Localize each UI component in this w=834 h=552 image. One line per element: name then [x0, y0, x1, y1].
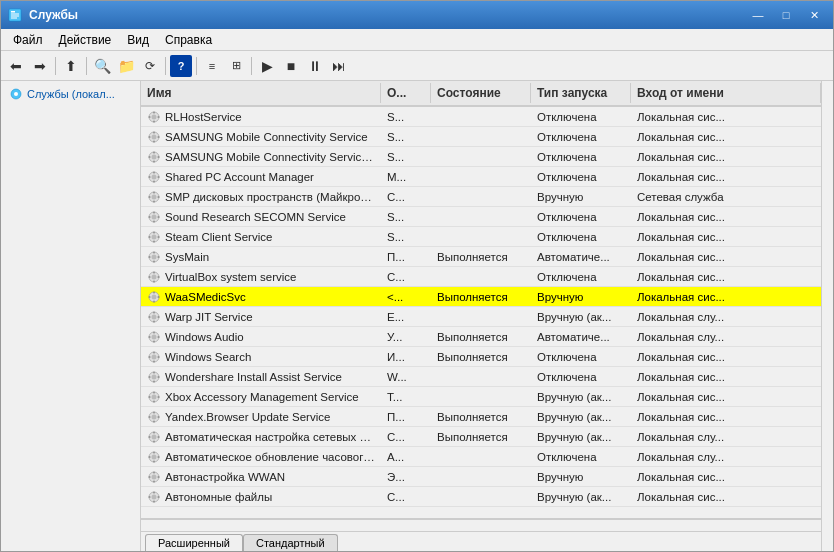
- table-row[interactable]: Shared PC Account ManagerМ...ОтключенаЛо…: [141, 167, 821, 187]
- horizontal-scrollbar[interactable]: [141, 519, 821, 531]
- svg-rect-66: [158, 296, 160, 297]
- detail-view-button[interactable]: ⊞: [225, 55, 247, 77]
- toolbar: ⬅ ➡ ⬆ 🔍 📁 ⟳ ? ≡ ⊞ ▶ ■ ⏸ ⏭: [1, 51, 833, 81]
- table-row[interactable]: WaaSMedicSvc<...ВыполняетсяВручнуюЛокаль…: [141, 287, 821, 307]
- sidebar: Службы (локал...: [1, 81, 141, 551]
- table-row[interactable]: Wondershare Install Assist ServiceW...От…: [141, 367, 821, 387]
- table-row[interactable]: SAMSUNG Mobile Connectivity ServiceS...О…: [141, 127, 821, 147]
- tab-extended[interactable]: Расширенный: [145, 534, 243, 551]
- cell-login: Локальная сис...: [631, 467, 821, 486]
- up-button[interactable]: ⬆: [60, 55, 82, 77]
- maximize-button[interactable]: □: [773, 6, 799, 24]
- cell-startup: Автоматиче...: [531, 247, 631, 266]
- table-row[interactable]: Windows SearchИ...ВыполняетсяОтключенаЛо…: [141, 347, 821, 367]
- svg-rect-102: [158, 416, 160, 417]
- table-row[interactable]: Sound Research SECOMN ServiceS...Отключе…: [141, 207, 821, 227]
- cell-name: SAMSUNG Mobile Connectivity Service V2: [141, 147, 381, 166]
- cell-state: [431, 167, 531, 186]
- table-header: Имя О... Состояние Тип запуска Вход от и…: [141, 81, 821, 107]
- table-body: RLHostServiceS...ОтключенаЛокальная сис.…: [141, 107, 821, 518]
- svg-rect-123: [153, 491, 154, 493]
- play-button[interactable]: ▶: [256, 55, 278, 77]
- cell-o: П...: [381, 247, 431, 266]
- vertical-scrollbar[interactable]: [821, 81, 833, 551]
- svg-rect-60: [158, 276, 160, 277]
- cell-startup: Автоматиче...: [531, 327, 631, 346]
- cell-name: WaaSMedicSvc: [141, 287, 381, 306]
- service-icon: [147, 150, 161, 164]
- svg-point-56: [152, 274, 157, 279]
- table-row[interactable]: VirtualBox system serviceС...ОтключенаЛо…: [141, 267, 821, 287]
- service-name: Windows Search: [165, 351, 251, 363]
- tab-standard[interactable]: Стандартный: [243, 534, 338, 551]
- table-row[interactable]: Steam Client ServiceS...ОтключенаЛокальн…: [141, 227, 821, 247]
- help-icon-button[interactable]: ?: [170, 55, 192, 77]
- cell-name: Автонастройка WWAN: [141, 467, 381, 486]
- cell-o: М...: [381, 167, 431, 186]
- svg-rect-106: [153, 440, 154, 442]
- table-row[interactable]: RLHostServiceS...ОтключенаЛокальная сис.…: [141, 107, 821, 127]
- folder-button[interactable]: 📁: [115, 55, 137, 77]
- back-button[interactable]: ⬅: [5, 55, 27, 77]
- svg-rect-99: [153, 411, 154, 413]
- table-row[interactable]: Автоматическая настройка сетевых уст...С…: [141, 427, 821, 447]
- cell-o: Т...: [381, 387, 431, 406]
- table-row[interactable]: SMP дисковых пространств (Майкросо...С..…: [141, 187, 821, 207]
- menu-help[interactable]: Справка: [157, 31, 220, 49]
- menu-view[interactable]: Вид: [119, 31, 157, 49]
- service-icon: [147, 270, 161, 284]
- table-row[interactable]: Автоматическое обновление часового ...А.…: [141, 447, 821, 467]
- close-button[interactable]: ✕: [801, 6, 827, 24]
- forward-button[interactable]: ➡: [29, 55, 51, 77]
- service-icon: [147, 390, 161, 404]
- search-button[interactable]: 🔍: [91, 55, 113, 77]
- col-state[interactable]: Состояние: [431, 83, 531, 103]
- cell-startup: Отключена: [531, 207, 631, 226]
- list-view-button[interactable]: ≡: [201, 55, 223, 77]
- stop-button[interactable]: ■: [280, 55, 302, 77]
- cell-state: Выполняется: [431, 327, 531, 346]
- svg-rect-108: [158, 436, 160, 437]
- svg-point-104: [152, 434, 157, 439]
- col-startup[interactable]: Тип запуска: [531, 83, 631, 103]
- table-row[interactable]: SysMainП...ВыполняетсяАвтоматиче...Локал…: [141, 247, 821, 267]
- table-row[interactable]: Автономные файлыС...Вручную (ак...Локаль…: [141, 487, 821, 507]
- svg-rect-58: [153, 280, 154, 282]
- restart-button[interactable]: ⏭: [328, 55, 350, 77]
- cell-login: Локальная сис...: [631, 107, 821, 126]
- sidebar-item-services[interactable]: Службы (локал...: [5, 85, 136, 103]
- svg-rect-52: [153, 260, 154, 262]
- table-row[interactable]: Yandex.Browser Update ServiceП...Выполня…: [141, 407, 821, 427]
- col-name[interactable]: Имя: [141, 83, 381, 103]
- cell-o: Э...: [381, 467, 431, 486]
- svg-rect-27: [153, 171, 154, 173]
- main-area: Службы (локал... Имя О... Состояние Тип …: [1, 81, 833, 551]
- refresh-button[interactable]: ⟳: [139, 55, 161, 77]
- cell-login: Сетевая служба: [631, 187, 821, 206]
- pause-button[interactable]: ⏸: [304, 55, 326, 77]
- menu-file[interactable]: Файл: [5, 31, 51, 49]
- service-icon: [147, 110, 161, 124]
- service-icon: [147, 470, 161, 484]
- cell-login: Локальная сис...: [631, 147, 821, 166]
- minimize-button[interactable]: —: [745, 6, 771, 24]
- cell-state: Выполняется: [431, 427, 531, 446]
- table-row[interactable]: Windows AudioУ...ВыполняетсяАвтоматиче..…: [141, 327, 821, 347]
- svg-rect-105: [153, 431, 154, 433]
- svg-rect-100: [153, 420, 154, 422]
- cell-name: Windows Search: [141, 347, 381, 366]
- col-o[interactable]: О...: [381, 83, 431, 103]
- menu-action[interactable]: Действие: [51, 31, 120, 49]
- col-login[interactable]: Вход от имени: [631, 83, 821, 103]
- cell-name: SysMain: [141, 247, 381, 266]
- svg-rect-126: [158, 496, 160, 497]
- svg-rect-1: [11, 11, 15, 13]
- table-row[interactable]: Автонастройка WWANЭ...ВручнуюЛокальная с…: [141, 467, 821, 487]
- service-name: WaaSMedicSvc: [165, 291, 246, 303]
- svg-point-50: [152, 254, 157, 259]
- svg-point-62: [152, 294, 157, 299]
- cell-state: [431, 487, 531, 506]
- table-row[interactable]: Xbox Accessory Management ServiceТ...Вру…: [141, 387, 821, 407]
- table-row[interactable]: SAMSUNG Mobile Connectivity Service V2S.…: [141, 147, 821, 167]
- table-row[interactable]: Warp JIT ServiceE...Вручную (ак...Локаль…: [141, 307, 821, 327]
